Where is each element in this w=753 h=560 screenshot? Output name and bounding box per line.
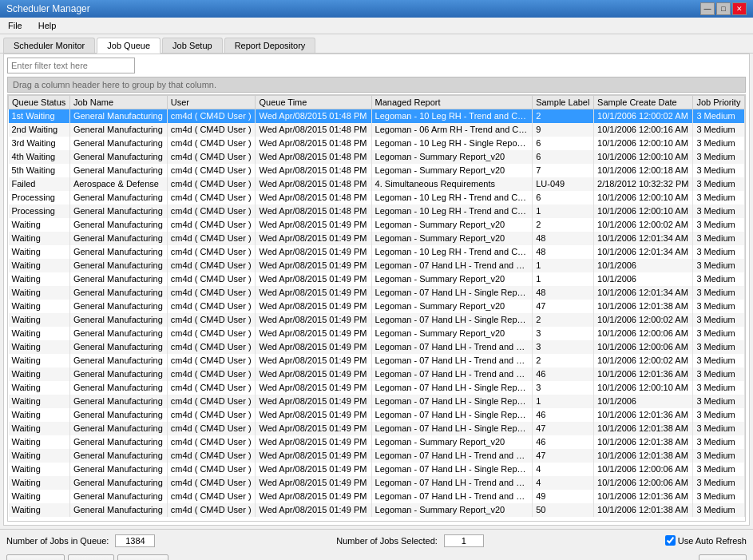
- table-row[interactable]: WaitingGeneral Manufacturingcm4d ( CM4D …: [9, 286, 745, 300]
- table-cell: Wed Apr/08/2015 01:48 PM: [256, 177, 371, 191]
- table-cell: Failed: [9, 177, 70, 191]
- table-cell: 10/1/2006 12:01:38 AM: [594, 449, 693, 463]
- tab-job-setup[interactable]: Job Setup: [162, 38, 223, 53]
- table-row[interactable]: WaitingGeneral Manufacturingcm4d ( CM4D …: [9, 408, 745, 422]
- table-cell: 3 Medium: [693, 177, 745, 191]
- table-cell: Wed Apr/08/2015 01:49 PM: [256, 367, 371, 381]
- table-row[interactable]: ProcessingGeneral Manufacturingcm4d ( CM…: [9, 191, 745, 205]
- col-managed-report[interactable]: Managed Report: [371, 96, 533, 109]
- table-row[interactable]: WaitingGeneral Manufacturingcm4d ( CM4D …: [9, 449, 745, 463]
- table-row[interactable]: WaitingGeneral Manufacturingcm4d ( CM4D …: [9, 354, 745, 367]
- table-row[interactable]: 3rd WaitingGeneral Manufacturingcm4d ( C…: [9, 137, 745, 150]
- menu-file[interactable]: File: [3, 19, 27, 32]
- table-row[interactable]: WaitingGeneral Manufacturingcm4d ( CM4D …: [9, 381, 745, 395]
- table-cell: 3 Medium: [693, 435, 745, 449]
- table-row[interactable]: WaitingGeneral Manufacturingcm4d ( CM4D …: [9, 327, 745, 340]
- table-container[interactable]: Queue Status Job Name User Queue Time Ma…: [7, 94, 746, 522]
- table-cell: 10/1/2006 12:00:10 AM: [594, 191, 693, 205]
- tab-job-queue[interactable]: Job Queue: [97, 38, 161, 54]
- table-row[interactable]: 2nd WaitingGeneral Manufacturingcm4d ( C…: [9, 123, 745, 137]
- menu-help[interactable]: Help: [34, 19, 61, 32]
- table-cell: Waiting: [9, 476, 70, 490]
- table-cell: Wed Apr/08/2015 01:48 PM: [256, 137, 371, 150]
- table-cell: General Manufacturing: [69, 137, 167, 150]
- table-cell: Wed Apr/08/2015 01:48 PM: [256, 109, 371, 123]
- table-cell: Wed Apr/08/2015 01:49 PM: [256, 395, 371, 408]
- table-cell: 1: [533, 259, 594, 272]
- table-row[interactable]: WaitingGeneral Manufacturingcm4d ( CM4D …: [9, 259, 745, 272]
- table-cell: 10/1/2006: [594, 395, 693, 408]
- close-button[interactable]: ✕: [732, 2, 747, 15]
- col-sample-create-date[interactable]: Sample Create Date: [594, 96, 693, 109]
- table-cell: 46: [533, 435, 594, 449]
- table-row[interactable]: WaitingGeneral Manufacturingcm4d ( CM4D …: [9, 395, 745, 408]
- table-row[interactable]: WaitingGeneral Manufacturingcm4d ( CM4D …: [9, 422, 745, 435]
- table-row[interactable]: WaitingGeneral Manufacturingcm4d ( CM4D …: [9, 218, 745, 232]
- col-job-name[interactable]: Job Name: [69, 96, 167, 109]
- table-cell: Legoman - Summary Report_v20: [371, 218, 533, 232]
- table-cell: Legoman - 07 Hand LH - Single Report_v20: [371, 286, 533, 300]
- delete-button[interactable]: Delete: [68, 554, 114, 560]
- table-cell: cm4d ( CM4D User ): [167, 123, 256, 137]
- table-cell: cm4d ( CM4D User ): [167, 503, 256, 517]
- table-cell: Legoman - 07 Hand LH - Trend and Cpk Rep…: [371, 367, 533, 381]
- filter-input[interactable]: [7, 58, 135, 73]
- make-hot-button[interactable]: Make Hot: [6, 554, 65, 560]
- table-cell: 10/1/2006 12:01:34 AM: [594, 245, 693, 259]
- table-cell: 3 Medium: [693, 340, 745, 354]
- table-cell: 5th Waiting: [9, 164, 70, 177]
- table-cell: 3 Medium: [693, 503, 745, 517]
- table-row[interactable]: WaitingGeneral Manufacturingcm4d ( CM4D …: [9, 340, 745, 354]
- table-cell: Waiting: [9, 327, 70, 340]
- table-row[interactable]: WaitingGeneral Manufacturingcm4d ( CM4D …: [9, 476, 745, 490]
- table-row[interactable]: FailedAerospace & Defensecm4d ( CM4D Use…: [9, 177, 745, 191]
- table-cell: 10/1/2006: [594, 259, 693, 272]
- table-cell: 10/1/2006 12:00:06 AM: [594, 327, 693, 340]
- table-cell: 2: [533, 218, 594, 232]
- table-cell: 3 Medium: [693, 286, 745, 300]
- table-row[interactable]: WaitingGeneral Manufacturingcm4d ( CM4D …: [9, 463, 745, 476]
- table-row[interactable]: 5th WaitingGeneral Manufacturingcm4d ( C…: [9, 164, 745, 177]
- tab-report-depository[interactable]: Report Depository: [224, 38, 316, 53]
- table-row[interactable]: ProcessingGeneral Manufacturingcm4d ( CM…: [9, 205, 745, 218]
- table-cell: Waiting: [9, 313, 70, 327]
- table-row[interactable]: WaitingGeneral Manufacturingcm4d ( CM4D …: [9, 490, 745, 503]
- table-row[interactable]: WaitingGeneral Manufacturingcm4d ( CM4D …: [9, 367, 745, 381]
- table-cell: 3 Medium: [693, 422, 745, 435]
- table-row[interactable]: WaitingGeneral Manufacturingcm4d ( CM4D …: [9, 313, 745, 327]
- content-area: Drag a column header here to group by th…: [3, 54, 750, 526]
- exit-button[interactable]: Exit: [699, 554, 747, 560]
- col-job-priority[interactable]: Job Priority: [693, 96, 745, 109]
- title-bar: Scheduler Manager — □ ✕: [0, 0, 753, 18]
- table-row[interactable]: 1st WaitingGeneral Manufacturingcm4d ( C…: [9, 109, 745, 123]
- table-cell: 4. Simultaneous Requirements: [371, 177, 533, 191]
- table-row[interactable]: WaitingGeneral Manufacturingcm4d ( CM4D …: [9, 300, 745, 313]
- table-cell: General Manufacturing: [69, 463, 167, 476]
- jobs-selected-label: Number of Jobs Selected:: [336, 536, 438, 546]
- col-sample-label[interactable]: Sample Label: [533, 96, 594, 109]
- table-row[interactable]: WaitingGeneral Manufacturingcm4d ( CM4D …: [9, 245, 745, 259]
- table-row[interactable]: WaitingGeneral Manufacturingcm4d ( CM4D …: [9, 435, 745, 449]
- table-row[interactable]: WaitingGeneral Manufacturingcm4d ( CM4D …: [9, 232, 745, 245]
- table-cell: 46: [533, 408, 594, 422]
- col-queue-time[interactable]: Queue Time: [256, 96, 371, 109]
- table-cell: 48: [533, 245, 594, 259]
- table-cell: 3: [533, 340, 594, 354]
- col-queue-status[interactable]: Queue Status: [9, 96, 70, 109]
- table-cell: General Manufacturing: [69, 218, 167, 232]
- table-cell: Waiting: [9, 300, 70, 313]
- table-cell: 2nd Waiting: [9, 123, 70, 137]
- restore-button[interactable]: □: [716, 2, 731, 15]
- table-cell: 10/1/2006 12:01:36 AM: [594, 490, 693, 503]
- jobs-in-queue-label: Number of Jobs in Queue:: [6, 536, 109, 546]
- bottom-bar: Number of Jobs in Queue: 1384 Number of …: [0, 529, 753, 551]
- col-user[interactable]: User: [167, 96, 256, 109]
- table-row[interactable]: WaitingGeneral Manufacturingcm4d ( CM4D …: [9, 503, 745, 517]
- table-cell: 3 Medium: [693, 137, 745, 150]
- table-row[interactable]: WaitingGeneral Manufacturingcm4d ( CM4D …: [9, 272, 745, 286]
- refresh-button[interactable]: Refresh: [117, 554, 169, 560]
- table-row[interactable]: 4th WaitingGeneral Manufacturingcm4d ( C…: [9, 150, 745, 164]
- tab-scheduler-monitor[interactable]: Scheduler Monitor: [3, 38, 95, 53]
- minimize-button[interactable]: —: [700, 2, 715, 15]
- auto-refresh-checkbox[interactable]: [665, 535, 676, 546]
